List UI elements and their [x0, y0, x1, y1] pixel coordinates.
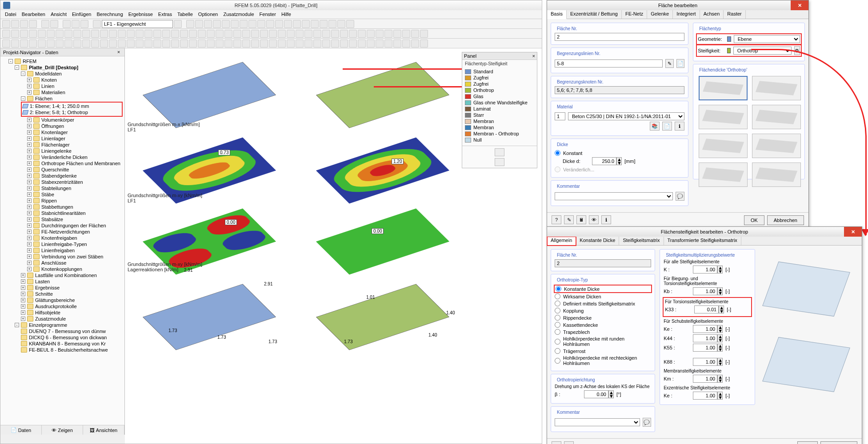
- tb-print-icon[interactable]: [29, 20, 37, 28]
- tb-icon[interactable]: [216, 40, 224, 48]
- tb-icon[interactable]: [278, 40, 286, 48]
- tb-icon[interactable]: [296, 40, 304, 48]
- tb-icon[interactable]: [56, 30, 64, 38]
- dlg2-default-icon[interactable]: ↺: [564, 441, 574, 444]
- tb-icon[interactable]: [402, 30, 410, 38]
- tb-icon[interactable]: [144, 40, 152, 48]
- tb-open-icon[interactable]: [11, 20, 19, 28]
- dlg1-mat-new-icon[interactable]: 📄: [662, 122, 672, 131]
- dlg2-kommentar-select[interactable]: [555, 418, 640, 426]
- tb-misc-icon[interactable]: [204, 20, 212, 28]
- dlg1-geom-select[interactable]: Ebene: [734, 35, 800, 43]
- tree-item[interactable]: +Liniengelenke: [27, 148, 123, 154]
- tb-misc-icon[interactable]: [248, 20, 256, 28]
- tree-item[interactable]: +Stabsätze: [27, 216, 123, 222]
- tree-item[interactable]: +Ausdruckprotokolle: [21, 303, 123, 309]
- menu-berechnung[interactable]: Berechnung: [95, 11, 124, 18]
- tb-icon[interactable]: [278, 30, 286, 38]
- tb-icon[interactable]: [82, 40, 90, 48]
- tile-option[interactable]: [752, 105, 801, 129]
- dlg2-ok-button[interactable]: OK: [797, 441, 818, 444]
- dlg2-orthotype-radio[interactable]: [555, 308, 560, 313]
- tb-icon[interactable]: [56, 40, 64, 48]
- menu-datei[interactable]: Datei: [3, 11, 18, 18]
- tree-item[interactable]: +Knoten: [27, 77, 123, 83]
- tb-icon[interactable]: [20, 30, 28, 38]
- tb-icon[interactable]: [260, 30, 268, 38]
- tb-icon[interactable]: [242, 40, 250, 48]
- dlg2-k44-input[interactable]: [693, 334, 717, 342]
- dlg1-mat-lib-icon[interactable]: 📚: [650, 122, 660, 131]
- tb-icon[interactable]: [384, 40, 392, 48]
- tb-icon[interactable]: [367, 30, 375, 38]
- tree-item[interactable]: KRANBAHN 8 - Bemessung von Kr: [21, 341, 123, 347]
- tb-icon[interactable]: [393, 30, 401, 38]
- tb-icon[interactable]: [376, 40, 384, 48]
- dlg1-dicke-d-input[interactable]: [592, 157, 616, 165]
- menu-fenster[interactable]: Fenster: [258, 11, 278, 18]
- tb-icon[interactable]: [118, 30, 126, 38]
- dlg2-orthotype-radio[interactable]: [555, 329, 560, 335]
- tb-icon[interactable]: [73, 30, 81, 38]
- tb-icon[interactable]: [47, 30, 55, 38]
- dlg2-tab-matrix[interactable]: Steifigkeitsmatrix: [619, 237, 664, 245]
- tb-icon[interactable]: [233, 30, 241, 38]
- dlg1-steif-select[interactable]: Orthotrop: [733, 47, 792, 55]
- menu-tabelle[interactable]: Tabelle: [176, 11, 195, 18]
- tb-icon[interactable]: [322, 30, 330, 38]
- tb-icon[interactable]: [11, 40, 19, 48]
- tb-icon[interactable]: [11, 30, 19, 38]
- tb-icon[interactable]: [162, 40, 170, 48]
- dlg1-ok-button[interactable]: OK: [744, 215, 764, 225]
- dlg2-k-input[interactable]: [693, 266, 717, 274]
- menu-optionen[interactable]: Optionen: [196, 11, 220, 18]
- tile-option[interactable]: [699, 105, 748, 129]
- tb-icon[interactable]: [393, 40, 401, 48]
- navigator-close-icon[interactable]: ×: [116, 49, 122, 56]
- tb-pan-icon[interactable]: [72, 20, 80, 28]
- tb-icon[interactable]: [304, 40, 312, 48]
- tb-icon[interactable]: [287, 30, 295, 38]
- dlg1-tab-integriert[interactable]: Integriert: [673, 10, 700, 19]
- tile-option[interactable]: [752, 163, 801, 187]
- dlg2-tabs[interactable]: Allgemein Konstante Dicke Steifigkeitsma…: [547, 237, 862, 246]
- tb-icon[interactable]: [109, 30, 117, 38]
- dlg2-kez-input[interactable]: [693, 392, 717, 400]
- dlg1-lines-new-icon[interactable]: 📄: [676, 59, 685, 68]
- tb-icon[interactable]: [358, 30, 366, 38]
- navigator-tabs[interactable]: 📄 Daten 👁 Zeigen 🖼 Ansichten: [0, 425, 124, 435]
- dlg1-close-icon[interactable]: ✕: [791, 0, 808, 10]
- tree-surface-2[interactable]: 2: Ebene; 5-8; 1; Orthotrop: [23, 109, 121, 115]
- menu-extras[interactable]: Extras: [156, 11, 174, 18]
- tb-icon[interactable]: [224, 30, 232, 38]
- tb-icon[interactable]: [127, 40, 135, 48]
- tree-item[interactable]: +Verbindung von zwei Stäben: [27, 254, 123, 260]
- tb-icon[interactable]: [189, 30, 197, 38]
- tb-icon[interactable]: [322, 40, 330, 48]
- tb-lf-next-icon[interactable]: [174, 20, 182, 28]
- dlg1-view-icon[interactable]: 👁: [589, 215, 599, 224]
- tb-icon[interactable]: [304, 30, 312, 38]
- tree-item[interactable]: +Rippen: [27, 198, 123, 204]
- tb-icon[interactable]: [127, 30, 135, 38]
- tree-item[interactable]: +Stabexzentrizitäten: [27, 179, 123, 185]
- tb-icon[interactable]: [313, 30, 321, 38]
- dlg1-tabs[interactable]: Basis Exzentrizität / Bettung FE-Netz Ge…: [547, 10, 808, 19]
- tb-icon[interactable]: [153, 40, 161, 48]
- tb-icon[interactable]: [207, 30, 215, 38]
- tree-item[interactable]: DICKQ 6 - Bemessung von dickwan: [21, 334, 123, 341]
- tb-icon[interactable]: [109, 40, 117, 48]
- tb-icon[interactable]: [411, 30, 419, 38]
- tile-option[interactable]: [699, 163, 748, 187]
- tb-icon[interactable]: [411, 40, 419, 48]
- tb-icon[interactable]: [349, 30, 357, 38]
- tb-save-icon[interactable]: [20, 20, 28, 28]
- dlg1-mat-info-icon[interactable]: ℹ: [675, 122, 684, 131]
- tb-icon[interactable]: [269, 30, 277, 38]
- tb-icon[interactable]: [340, 30, 348, 38]
- tb-icon[interactable]: [2, 30, 10, 38]
- tb-icon[interactable]: [224, 40, 232, 48]
- tree-item[interactable]: +Linienfreigabe-Typen: [27, 241, 123, 247]
- tb-misc-icon[interactable]: [222, 20, 230, 28]
- dlg1-tiles[interactable]: [697, 74, 801, 189]
